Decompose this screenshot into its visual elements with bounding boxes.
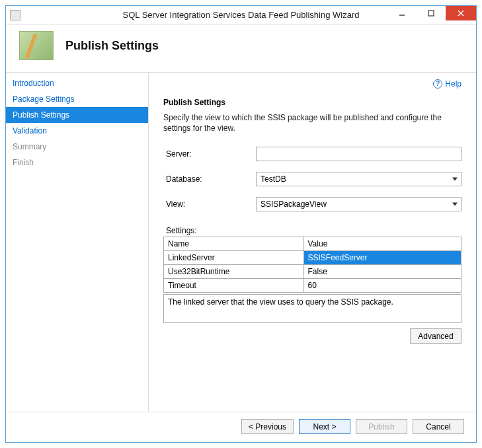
publish-button[interactable]: Publish [356, 419, 407, 434]
setting-value[interactable]: 60 [303, 279, 462, 293]
nav-sidebar: IntroductionPackage SettingsPublish Sett… [6, 73, 149, 412]
close-button[interactable] [446, 6, 476, 20]
nav-item-summary: Summary [6, 139, 148, 155]
next-button[interactable]: Next > [299, 419, 350, 434]
setting-name[interactable]: Timeout [164, 279, 304, 293]
wizard-header-icon [19, 31, 54, 60]
section-description: Specify the view to which the SSIS packa… [163, 112, 462, 133]
help-label: Help [445, 79, 462, 89]
help-icon: ? [433, 79, 442, 89]
page-title: Publish Settings [65, 39, 159, 53]
settings-label: Settings: [166, 226, 462, 235]
titlebar: SQL Server Integration Services Data Fee… [6, 6, 476, 24]
maximize-button[interactable] [417, 6, 446, 20]
previous-button[interactable]: < Previous [241, 419, 294, 434]
nav-item-finish: Finish [6, 155, 148, 170]
database-select[interactable]: TestDB [256, 172, 462, 186]
content-panel: ? Help Publish Settings Specify the view… [149, 73, 476, 412]
wizard-footer: < Previous Next > Publish Cancel [6, 412, 476, 442]
table-row[interactable]: Use32BitRuntimeFalse [164, 265, 462, 279]
nav-item-introduction[interactable]: Introduction [6, 75, 148, 91]
svg-rect-1 [428, 11, 434, 16]
setting-name[interactable]: Use32BitRuntime [164, 265, 304, 279]
help-link[interactable]: ? Help [163, 79, 462, 89]
setting-description: The linked server that the view uses to … [163, 294, 462, 323]
body: IntroductionPackage SettingsPublish Sett… [6, 73, 476, 412]
nav-item-package-settings[interactable]: Package Settings [6, 91, 148, 107]
col-value[interactable]: Value [303, 237, 462, 251]
database-row: Database: TestDB [163, 172, 462, 186]
nav-item-validation[interactable]: Validation [6, 123, 148, 139]
col-name[interactable]: Name [164, 237, 304, 251]
server-label: Server: [163, 149, 256, 159]
server-input[interactable] [256, 147, 462, 161]
minimize-button[interactable] [387, 6, 417, 20]
settings-table: Name Value LinkedServerSSISFeedServerUse… [163, 237, 462, 293]
nav-item-publish-settings[interactable]: Publish Settings [6, 107, 148, 123]
window-controls [387, 6, 476, 20]
setting-value[interactable]: SSISFeedServer [303, 251, 462, 265]
setting-name[interactable]: LinkedServer [164, 251, 304, 265]
setting-value[interactable]: False [303, 265, 462, 279]
view-select[interactable]: SSISPackageView [256, 197, 462, 211]
cancel-button[interactable]: Cancel [413, 419, 464, 434]
view-row: View: SSISPackageView [163, 197, 462, 211]
server-row: Server: [163, 147, 462, 161]
view-label: View: [163, 200, 256, 209]
database-label: Database: [163, 174, 256, 184]
section-title: Publish Settings [163, 98, 462, 107]
table-row[interactable]: Timeout60 [164, 279, 462, 293]
advanced-button[interactable]: Advanced [410, 328, 462, 344]
table-row[interactable]: LinkedServerSSISFeedServer [164, 251, 462, 265]
wizard-window: SQL Server Integration Services Data Fee… [5, 5, 477, 443]
wizard-header: Publish Settings [6, 24, 476, 73]
